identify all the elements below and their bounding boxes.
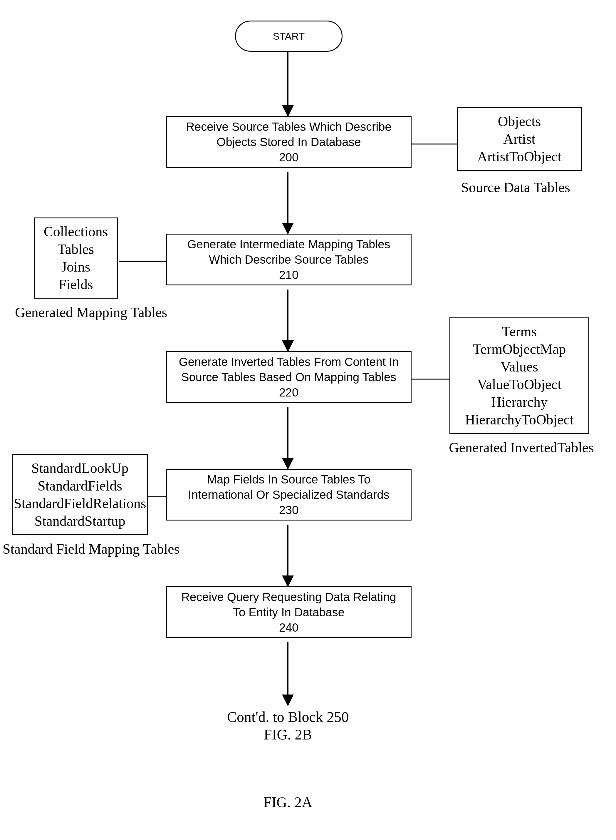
standard-field-mapping-box: StandardLookUp StandardFields StandardFi… bbox=[12, 454, 148, 535]
start-label: START bbox=[273, 31, 305, 42]
step-number: 210 bbox=[279, 267, 299, 282]
step-230: Map Fields In Source Tables To Internati… bbox=[166, 469, 412, 520]
side-item: Values bbox=[500, 358, 538, 376]
generated-inverted-tables-box: Terms TermObjectMap Values ValueToObject… bbox=[449, 317, 589, 434]
step-number: 220 bbox=[279, 385, 299, 400]
step-number: 240 bbox=[279, 620, 299, 635]
side-item: StandardStartup bbox=[34, 512, 125, 530]
side-item: StandardFieldRelations bbox=[14, 495, 146, 512]
generated-inverted-tables-caption: Generated InvertedTables bbox=[439, 439, 604, 455]
fig-2a-label: FIG. 2A bbox=[255, 794, 320, 811]
step-text: Which Describe Source Tables bbox=[209, 252, 369, 267]
step-220: Generate Inverted Tables From Content In… bbox=[166, 351, 412, 403]
side-item: Tables bbox=[57, 241, 94, 258]
side-item: Objects bbox=[498, 113, 541, 130]
side-item: StandardLookUp bbox=[31, 460, 129, 477]
step-text: Generate Intermediate Mapping Tables bbox=[188, 236, 390, 252]
generated-mapping-tables-caption: Generated Mapping Tables bbox=[9, 304, 173, 320]
side-item: HierarchyToObject bbox=[465, 411, 574, 429]
standard-field-mapping-caption: Standard Field Mapping Tables bbox=[0, 541, 182, 557]
step-text: Source Tables Based On Mapping Tables bbox=[181, 369, 396, 385]
step-number: 200 bbox=[279, 150, 299, 165]
side-item: TermObjectMap bbox=[473, 340, 566, 358]
step-text: Generate Inverted Tables From Content In bbox=[179, 354, 399, 369]
step-text: Map Fields In Source Tables To bbox=[207, 472, 371, 487]
source-data-tables-box: Objects Artist ArtistToObject bbox=[457, 107, 582, 171]
step-text: International Or Specialized Standards bbox=[188, 487, 390, 502]
fig-2b-text: FIG. 2B bbox=[255, 726, 320, 743]
step-210: Generate Intermediate Mapping Tables Whi… bbox=[166, 233, 412, 285]
step-text: Objects Stored In Database bbox=[217, 134, 361, 150]
side-item: ArtistToObject bbox=[477, 148, 561, 166]
step-text: Receive Source Tables Which Describe bbox=[186, 119, 392, 134]
source-data-tables-caption: Source Data Tables bbox=[454, 179, 577, 195]
side-item: Collections bbox=[44, 223, 108, 241]
start-node: START bbox=[235, 21, 343, 52]
side-item: StandardFields bbox=[38, 477, 122, 495]
step-text: To Entity In Database bbox=[233, 605, 345, 620]
step-text: Receive Query Requesting Data Relating bbox=[181, 589, 396, 605]
side-item: ValueToObject bbox=[477, 376, 561, 393]
side-item: Hierarchy bbox=[491, 393, 547, 411]
side-item: Fields bbox=[59, 276, 93, 293]
step-240: Receive Query Requesting Data Relating T… bbox=[166, 586, 412, 638]
side-item: Artist bbox=[503, 130, 535, 148]
contd-text: Cont'd. to Block 250 bbox=[217, 708, 358, 725]
generated-mapping-tables-box: Collections Tables Joins Fields bbox=[34, 217, 118, 299]
step-200: Receive Source Tables Which Describe Obj… bbox=[166, 116, 412, 168]
side-item: Terms bbox=[502, 323, 537, 340]
side-item: Joins bbox=[62, 258, 91, 276]
step-number: 230 bbox=[279, 502, 299, 518]
